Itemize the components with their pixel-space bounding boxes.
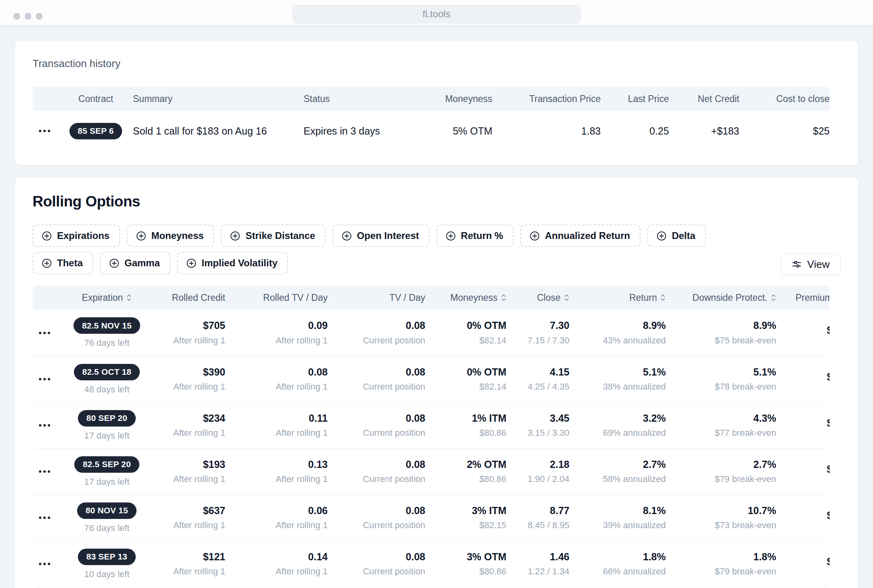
rolled-credit-value: $234 <box>203 413 225 424</box>
table-row: 82.5 NOV 15 76 days left $705After rolli… <box>33 310 830 356</box>
transaction-history-title: Transaction history <box>33 57 840 70</box>
address-bar[interactable]: fi.tools <box>292 5 581 23</box>
row-menu-button[interactable] <box>36 509 53 527</box>
days-left-label: 17 days left <box>84 431 130 441</box>
view-button[interactable]: View <box>781 253 840 275</box>
rolled-tv-day-value: 0.13 <box>308 459 328 470</box>
days-left-label: 76 days left <box>84 338 130 348</box>
rolled-credit-value: $193 <box>203 459 225 470</box>
chevron-up-down-icon <box>126 293 132 302</box>
return-value: 3.2% <box>643 413 666 424</box>
downside-protect-value: 1.8% <box>753 551 776 563</box>
close-value: 7.30 <box>550 320 569 331</box>
plus-circle-icon <box>230 231 241 241</box>
ellipsis-icon <box>38 562 51 566</box>
filter-chip-theta[interactable]: Theta <box>33 252 93 274</box>
row-menu-button[interactable] <box>36 463 53 480</box>
downside-protect-value: 2.7% <box>753 459 776 470</box>
col-rolled-credit[interactable]: Rolled Credit <box>153 292 225 303</box>
days-left-label: 17 days left <box>84 477 130 487</box>
col-downside-protect[interactable]: Downside Protect. <box>666 292 776 303</box>
col-tv-day[interactable]: TV / Day <box>328 292 425 303</box>
col-close[interactable]: Close <box>506 292 569 303</box>
plus-circle-icon <box>656 231 667 241</box>
table-row: 80 SEP 20 17 days left $234After rolling… <box>33 402 830 448</box>
rolled-credit-value: $637 <box>203 505 225 517</box>
filter-chip-delta[interactable]: Delta <box>647 225 706 247</box>
downside-protect-value: 8.9% <box>753 320 776 331</box>
table-row: 82.5 OCT 18 48 days left $390After rolli… <box>33 356 830 402</box>
row-menu-button[interactable] <box>36 370 53 388</box>
col-premium[interactable]: Premium <box>776 292 830 303</box>
rolling-table-body: 82.5 NOV 15 76 days left $705After rolli… <box>33 310 830 587</box>
rolling-options-card: Rolling Options Expirations Moneyness St… <box>14 177 859 588</box>
moneyness-value: 3% ITM <box>472 505 506 517</box>
plus-circle-icon <box>529 231 540 241</box>
col-moneyness[interactable]: Moneyness <box>425 292 506 303</box>
ellipsis-icon <box>38 377 51 381</box>
plus-circle-icon <box>186 258 197 269</box>
rolled-credit-value: $390 <box>203 367 225 378</box>
moneyness-value: 5% OTM <box>426 125 492 137</box>
rolled-tv-day-value: 0.08 <box>308 367 328 378</box>
transaction-history-card: Transaction history Contract Summary Sta… <box>14 40 859 165</box>
filter-chip-gamma[interactable]: Gamma <box>100 252 170 274</box>
window-control-dot[interactable] <box>13 13 20 20</box>
rolled-tv-day-value: 0.06 <box>308 505 328 517</box>
col-moneyness: Moneyness <box>426 94 492 104</box>
plus-circle-icon <box>341 231 352 241</box>
filter-chip-moneyness[interactable]: Moneyness <box>127 225 214 247</box>
tv-day-value: 0.08 <box>406 367 425 378</box>
tv-day-value: 0.08 <box>406 459 425 470</box>
window-control-dot[interactable] <box>36 13 43 20</box>
close-value: 4.15 <box>550 367 569 378</box>
transaction-table: Contract Summary Status Moneyness Transa… <box>33 70 830 151</box>
col-cost-to-close: Cost to close <box>739 94 830 104</box>
premium-value: $ <box>827 464 830 475</box>
close-value: 3.45 <box>550 413 569 424</box>
col-last-price: Last Price <box>601 94 669 104</box>
filter-chip-return-pct[interactable]: Return % <box>436 225 514 247</box>
rolled-tv-day-value: 0.09 <box>308 320 328 331</box>
filter-chip-group: Theta Gamma Implied Volatility <box>33 252 288 274</box>
row-menu-button[interactable] <box>36 324 53 342</box>
table-row: 82.5 SEP 20 17 days left $193After rolli… <box>33 448 830 494</box>
row-menu-button[interactable] <box>36 416 53 434</box>
contract-badge: 83 SEP 13 <box>78 549 136 565</box>
plus-circle-icon <box>41 258 52 269</box>
premium-value: $ <box>827 372 830 383</box>
close-value: 2.18 <box>550 459 569 470</box>
days-left-label: 76 days left <box>84 523 130 533</box>
return-value: 8.1% <box>643 505 666 517</box>
col-return[interactable]: Return <box>569 292 666 303</box>
row-menu-button[interactable] <box>36 555 53 573</box>
downside-protect-value: 10.7% <box>748 505 776 517</box>
tv-day-value: 0.08 <box>406 413 425 424</box>
window-control-dot[interactable] <box>24 13 31 20</box>
row-menu-button[interactable] <box>36 122 53 140</box>
col-rolled-tv-day[interactable]: Rolled TV / Day <box>225 292 328 303</box>
filter-chip-row-1: Expirations Moneyness Strike Distance Op… <box>33 225 840 247</box>
filter-chip-open-interest[interactable]: Open Interest <box>332 225 430 247</box>
premium-value: $ <box>827 325 830 336</box>
plus-circle-icon <box>41 231 52 241</box>
rolling-options-table: Expiration Rolled Credit Rolled TV / Day… <box>33 286 830 588</box>
col-expiration[interactable]: Expiration <box>61 292 153 303</box>
moneyness-value: 2% OTM <box>467 459 506 470</box>
net-credit-value: +$183 <box>669 125 739 137</box>
rolled-credit-value: $705 <box>203 320 225 331</box>
return-value: 1.8% <box>643 551 666 563</box>
moneyness-value: 1% ITM <box>472 413 506 424</box>
filter-chip-expirations[interactable]: Expirations <box>33 225 120 247</box>
plus-circle-icon <box>445 231 456 241</box>
contract-badge: 80 NOV 15 <box>77 502 137 519</box>
filter-chip-implied-volatility[interactable]: Implied Volatility <box>177 252 288 274</box>
moneyness-value: 3% OTM <box>467 551 506 563</box>
filter-chip-annualized-return[interactable]: Annualized Return <box>520 225 640 247</box>
window-controls <box>13 13 43 20</box>
filter-chip-strike-distance[interactable]: Strike Distance <box>221 225 325 247</box>
downside-protect-value: 4.3% <box>753 413 776 424</box>
ellipsis-icon <box>38 423 51 427</box>
chevron-up-down-icon <box>660 293 666 302</box>
chevron-up-down-icon <box>771 293 776 302</box>
